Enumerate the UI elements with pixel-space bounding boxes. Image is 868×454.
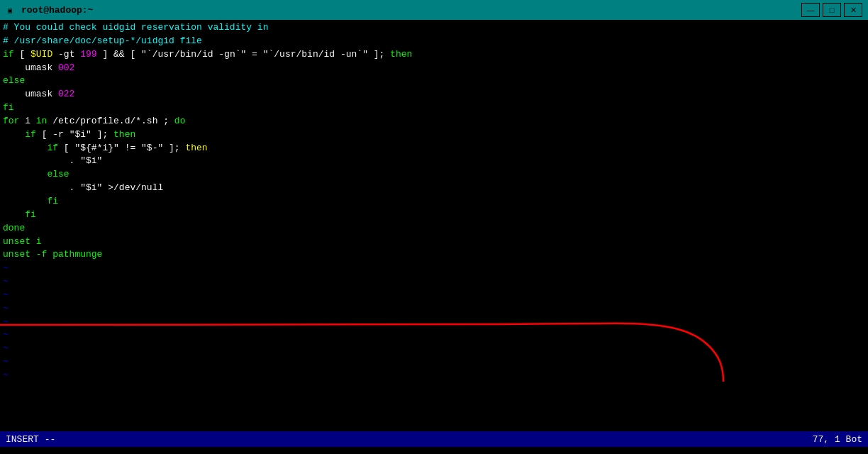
- code-token: else: [3, 75, 25, 86]
- code-lines: # You could check uidgid reservation val…: [3, 21, 865, 382]
- code-line: ~: [3, 328, 865, 342]
- code-token: [3, 129, 25, 140]
- code-token: " = "`: [241, 49, 274, 60]
- code-token: ~: [3, 303, 9, 314]
- code-line: umask 002: [3, 62, 865, 75]
- code-line: . "$i" >/dev/null: [3, 182, 865, 195]
- code-token: then: [390, 49, 412, 60]
- code-line: ~: [3, 302, 865, 316]
- code-token: ~: [3, 370, 9, 380]
- code-line: unset i: [3, 236, 865, 249]
- code-token: 199: [80, 49, 96, 60]
- code-line: unset -f pathmunge: [3, 248, 865, 262]
- status-bar: INSERT -- 77, 1 Bot: [0, 431, 868, 447]
- code-line: ~: [3, 316, 865, 329]
- title-bar-left: ▣ root@hadoop:~: [6, 4, 93, 16]
- mode-text: INSERT: [6, 434, 39, 445]
- close-button[interactable]: ✕: [844, 3, 862, 17]
- code-line: ~: [3, 342, 865, 355]
- code-token: ] && [ "`: [97, 49, 152, 60]
- code-token: [ "${#*i}" != "$-" ];: [58, 143, 185, 153]
- code-line: if [ $UID -gt 199 ] && [ "`/usr/bin/id -…: [3, 48, 865, 62]
- code-line: if [ "${#*i}" != "$-" ]; then: [3, 142, 865, 155]
- code-line: umask 022: [3, 88, 865, 101]
- code-line: ~: [3, 262, 865, 275]
- code-token: " ];: [362, 49, 390, 60]
- code-token: 022: [58, 89, 74, 99]
- code-token: ~: [3, 356, 9, 367]
- code-line: # /usr/share/doc/setup-*/uidgid file: [3, 35, 865, 48]
- code-token: unset i: [3, 236, 42, 247]
- code-token: do: [174, 116, 186, 126]
- code-line: fi: [3, 195, 865, 209]
- title-bar: ▣ root@hadoop:~ — □ ✕: [0, 0, 868, 20]
- code-token: . "$i" >/dev/null: [3, 182, 163, 193]
- code-token: in: [36, 116, 48, 126]
- separator-text: --: [45, 434, 56, 445]
- scroll-text: Bot: [846, 434, 862, 445]
- code-token: 002: [58, 62, 74, 73]
- code-token: fi: [3, 196, 58, 206]
- code-token: done: [3, 223, 25, 233]
- code-token: $UID: [30, 49, 52, 60]
- terminal-icon: ▣: [6, 4, 17, 16]
- vim-mode: INSERT --: [6, 434, 55, 445]
- svg-text:▣: ▣: [8, 6, 12, 14]
- code-token: ~: [3, 276, 9, 287]
- code-token: fi: [3, 209, 36, 220]
- code-token: then: [113, 129, 135, 140]
- code-line: done: [3, 222, 865, 236]
- code-token: i: [19, 116, 35, 126]
- code-line: # You could check uidgid reservation val…: [3, 21, 865, 35]
- cursor-position: 77, 1 Bot: [813, 434, 862, 445]
- code-token: # /usr/share/doc/setup-*/uidgid file: [3, 35, 202, 46]
- code-token: ~: [3, 316, 9, 327]
- code-token: # You could check uidgid reservation val…: [3, 22, 268, 33]
- code-token: ~: [3, 289, 9, 300]
- code-token: ~: [3, 343, 9, 353]
- code-token: /usr/bin/id -un`: [274, 49, 362, 60]
- maximize-button[interactable]: □: [823, 3, 841, 17]
- code-line: ~: [3, 289, 865, 302]
- code-token: if: [3, 49, 14, 60]
- code-token: ~: [3, 329, 9, 340]
- code-line: for i in /etc/profile.d/*.sh ; do: [3, 115, 865, 128]
- code-line: else: [3, 74, 865, 88]
- code-line: fi: [3, 209, 865, 222]
- code-line: fi: [3, 101, 865, 115]
- position-text: 77, 1: [813, 434, 840, 445]
- code-token: /etc/profile.d/*.sh ;: [47, 116, 174, 126]
- code-token: if: [25, 129, 36, 140]
- code-token: /usr/bin/id -gn`: [152, 49, 241, 60]
- minimize-button[interactable]: —: [801, 3, 820, 17]
- code-token: -gt: [52, 49, 80, 60]
- code-token: ~: [3, 262, 9, 273]
- code-token: unset -f pathmunge: [3, 249, 102, 260]
- terminal-content: # You could check uidgid reservation val…: [0, 20, 868, 431]
- code-token: umask: [3, 62, 58, 73]
- code-token: [3, 143, 47, 153]
- window-title: root@hadoop:~: [21, 5, 93, 16]
- code-token: fi: [3, 102, 14, 113]
- code-token: for: [3, 116, 19, 126]
- code-token: . "$i": [3, 155, 102, 166]
- code-line: else: [3, 168, 865, 182]
- code-token: else: [3, 169, 69, 179]
- code-line: . "$i": [3, 155, 865, 168]
- code-line: if [ -r "$i" ]; then: [3, 128, 865, 142]
- code-token: [: [14, 49, 30, 60]
- code-token: if: [47, 143, 58, 153]
- code-line: ~: [3, 355, 865, 369]
- code-token: umask: [3, 89, 58, 99]
- code-line: ~: [3, 369, 865, 382]
- code-token: [ -r "$i" ];: [36, 129, 113, 140]
- window-controls: — □ ✕: [801, 3, 862, 17]
- code-token: then: [185, 143, 207, 153]
- code-line: ~: [3, 275, 865, 289]
